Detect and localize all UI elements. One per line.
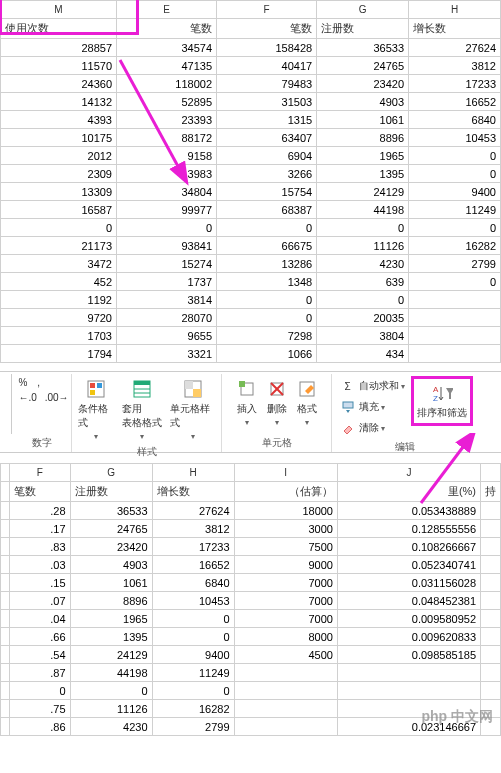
cell[interactable]: 27624: [152, 502, 234, 520]
spreadsheet-table-1[interactable]: M E F G H 使用次数 笔数 笔数 注册数 增长数 28857345741…: [0, 0, 501, 363]
cell[interactable]: 31503: [217, 93, 317, 111]
cell[interactable]: 13309: [1, 183, 117, 201]
cell[interactable]: 639: [317, 273, 409, 291]
cell[interactable]: 0: [10, 682, 71, 700]
cell[interactable]: 4903: [70, 556, 152, 574]
cell[interactable]: [409, 345, 501, 363]
cell[interactable]: 34804: [117, 183, 217, 201]
cell[interactable]: 9400: [409, 183, 501, 201]
cell[interactable]: [481, 646, 501, 664]
cell[interactable]: 1315: [217, 111, 317, 129]
cell[interactable]: 8896: [317, 129, 409, 147]
sort-filter-button[interactable]: AZ 排序和筛选: [415, 380, 469, 422]
cell[interactable]: 0: [409, 165, 501, 183]
cell[interactable]: 7298: [217, 327, 317, 345]
cell[interactable]: [234, 700, 337, 718]
cell[interactable]: 0: [409, 273, 501, 291]
header-cell[interactable]: 里(%): [337, 482, 480, 502]
cell[interactable]: 1395: [70, 628, 152, 646]
cell[interactable]: 0: [317, 291, 409, 309]
cell[interactable]: 21173: [1, 237, 117, 255]
cell[interactable]: [337, 664, 480, 682]
cell[interactable]: 9158: [117, 147, 217, 165]
cell[interactable]: [409, 309, 501, 327]
cell[interactable]: 0.052340741: [337, 556, 480, 574]
conditional-format-button[interactable]: 条件格式▾: [76, 376, 116, 443]
cell[interactable]: 0: [152, 628, 234, 646]
cell[interactable]: 11126: [70, 700, 152, 718]
cell[interactable]: [337, 682, 480, 700]
cell[interactable]: 6840: [409, 111, 501, 129]
cell[interactable]: 1703: [1, 327, 117, 345]
cell[interactable]: 3472: [1, 255, 117, 273]
col-letter[interactable]: G: [317, 1, 409, 19]
cell[interactable]: [481, 664, 501, 682]
cell[interactable]: 0: [117, 219, 217, 237]
cell[interactable]: 1348: [217, 273, 317, 291]
cell[interactable]: 11570: [1, 57, 117, 75]
cell[interactable]: .15: [10, 574, 71, 592]
cell[interactable]: .86: [10, 718, 71, 736]
row-stub[interactable]: [1, 718, 10, 736]
cell[interactable]: .83: [10, 538, 71, 556]
col-letter[interactable]: J: [337, 464, 480, 482]
cell[interactable]: 14132: [1, 93, 117, 111]
cell[interactable]: 0.009580952: [337, 610, 480, 628]
cell[interactable]: [234, 718, 337, 736]
cell[interactable]: 9720: [1, 309, 117, 327]
cell[interactable]: 7000: [234, 592, 337, 610]
cell[interactable]: [409, 327, 501, 345]
cell[interactable]: 1395: [317, 165, 409, 183]
cell[interactable]: 52895: [117, 93, 217, 111]
cell[interactable]: 17233: [152, 538, 234, 556]
cell[interactable]: [481, 574, 501, 592]
row-stub[interactable]: [1, 502, 10, 520]
row-stub[interactable]: [1, 628, 10, 646]
cell[interactable]: 1061: [70, 574, 152, 592]
cell[interactable]: 452: [1, 273, 117, 291]
cell[interactable]: 0.098585185: [337, 646, 480, 664]
cell[interactable]: .07: [10, 592, 71, 610]
cell[interactable]: 24765: [317, 57, 409, 75]
cell[interactable]: 3812: [409, 57, 501, 75]
cell[interactable]: 28070: [117, 309, 217, 327]
cell[interactable]: 2309: [1, 165, 117, 183]
row-stub[interactable]: [1, 574, 10, 592]
table-format-button[interactable]: 套用 表格格式▾: [120, 376, 164, 443]
cell[interactable]: 99977: [117, 201, 217, 219]
cell[interactable]: 4500: [234, 646, 337, 664]
header-cell[interactable]: 增长数: [152, 482, 234, 502]
cell[interactable]: 8000: [234, 628, 337, 646]
comma-button[interactable]: ,: [35, 376, 42, 389]
cell[interactable]: .28: [10, 502, 71, 520]
cell[interactable]: [481, 610, 501, 628]
cell[interactable]: .87: [10, 664, 71, 682]
cell-style-button[interactable]: 单元格样式▾: [168, 376, 217, 443]
cell[interactable]: 17233: [409, 75, 501, 93]
row-stub[interactable]: [1, 610, 10, 628]
cell[interactable]: 158428: [217, 39, 317, 57]
format-button[interactable]: 格式▾: [294, 376, 320, 429]
row-stub[interactable]: [1, 700, 10, 718]
cell[interactable]: 20035: [317, 309, 409, 327]
delete-button[interactable]: 删除▾: [264, 376, 290, 429]
cell[interactable]: 0.009620833: [337, 628, 480, 646]
cell[interactable]: 27624: [409, 39, 501, 57]
cell[interactable]: 2799: [409, 255, 501, 273]
cell[interactable]: .75: [10, 700, 71, 718]
cell[interactable]: 23393: [117, 111, 217, 129]
cell[interactable]: 6904: [217, 147, 317, 165]
cell[interactable]: 2799: [152, 718, 234, 736]
cell[interactable]: 0: [1, 219, 117, 237]
cell[interactable]: 0: [409, 219, 501, 237]
cell[interactable]: [409, 291, 501, 309]
cell[interactable]: 0.053438889: [337, 502, 480, 520]
header-cell[interactable]: 注册数: [317, 19, 409, 39]
row-stub[interactable]: [1, 664, 10, 682]
cell[interactable]: 40417: [217, 57, 317, 75]
cell[interactable]: 1061: [317, 111, 409, 129]
cell[interactable]: [481, 502, 501, 520]
cell[interactable]: 0: [217, 291, 317, 309]
row-stub[interactable]: [1, 646, 10, 664]
row-stub[interactable]: [1, 538, 10, 556]
